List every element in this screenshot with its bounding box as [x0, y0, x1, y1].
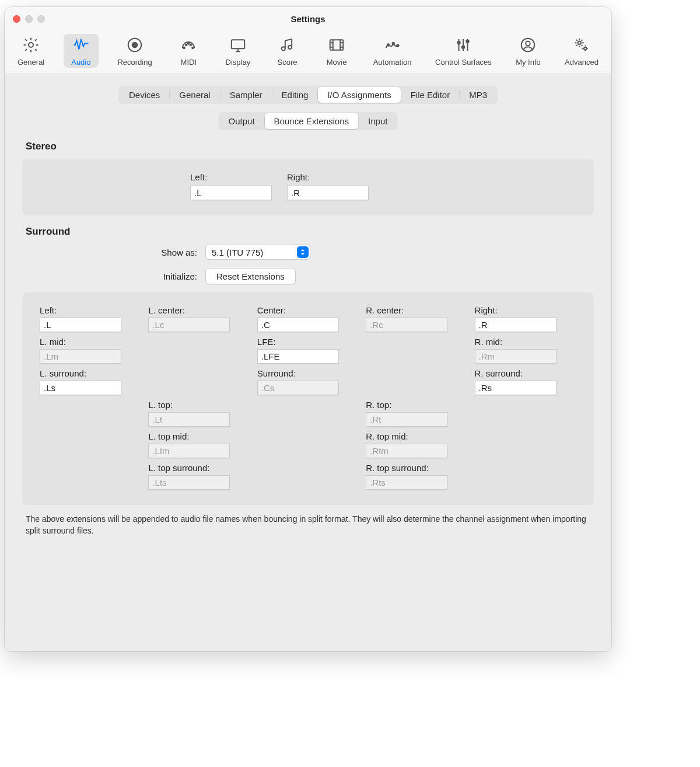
toolbar-recording[interactable]: Recording: [113, 34, 156, 68]
footer-note: The above extensions will be appended to…: [26, 513, 590, 537]
input-center[interactable]: [257, 318, 339, 332]
tabs-primary: DevicesGeneralSamplerEditingI/O Assignme…: [118, 86, 498, 104]
tab-general[interactable]: General: [170, 87, 219, 103]
titlebar: Settings: [5, 7, 611, 30]
label-center: Center:: [257, 305, 359, 315]
stereo-right-input[interactable]: [287, 186, 369, 200]
initialize-label: Initialize:: [22, 271, 197, 281]
toolbar-label: MIDI: [181, 58, 197, 67]
toolbar-label: Audio: [71, 58, 90, 67]
input-r-mid: [475, 349, 556, 364]
label-r-center: R. center:: [366, 305, 467, 315]
tab-output[interactable]: Output: [219, 113, 264, 129]
input-r-top-mid: [366, 444, 447, 458]
svg-point-13: [392, 43, 394, 45]
svg-point-12: [387, 44, 389, 46]
svg-point-19: [526, 41, 531, 46]
tab-i-o-assignments[interactable]: I/O Assignments: [318, 87, 400, 103]
my-info-icon: [519, 36, 537, 55]
stereo-left-input[interactable]: [190, 186, 272, 200]
svg-rect-8: [232, 40, 245, 48]
input-r-top: [366, 412, 447, 427]
input-r-surround[interactable]: [475, 381, 556, 395]
panel: OutputBounce ExtensionsInput Stereo Left…: [22, 112, 594, 537]
tab-input[interactable]: Input: [359, 113, 397, 129]
stereo-box: Left: Right:: [22, 159, 594, 215]
show-as-select[interactable]: 5.1 (ITU 775): [205, 245, 310, 260]
control-surfaces-icon: [454, 36, 472, 55]
tab-mp3[interactable]: MP3: [460, 87, 496, 103]
toolbar-label: Control Surfaces: [435, 58, 492, 67]
svg-point-7: [188, 43, 190, 44]
svg-point-0: [29, 43, 33, 47]
toolbar-midi[interactable]: MIDI: [171, 34, 206, 68]
automation-icon: [384, 36, 401, 55]
label-l-top-mid: L. top mid:: [148, 431, 250, 441]
content: DevicesGeneralSamplerEditingI/O Assignme…: [5, 74, 611, 651]
svg-point-16: [462, 46, 465, 49]
svg-point-2: [132, 43, 138, 48]
svg-point-4: [186, 44, 187, 46]
input-l-mid: [40, 349, 121, 364]
score-icon: [278, 36, 296, 55]
toolbar-label: Advanced: [565, 58, 598, 67]
toolbar-movie[interactable]: Movie: [319, 34, 354, 68]
svg-point-21: [584, 47, 587, 50]
tab-sampler[interactable]: Sampler: [220, 87, 272, 103]
display-icon: [229, 36, 247, 55]
toolbar-label: General: [18, 58, 44, 67]
settings-window: Settings GeneralAudioRecordingMIDIDispla…: [5, 7, 611, 651]
toolbar-general[interactable]: General: [13, 34, 49, 68]
advanced-icon: [573, 36, 590, 55]
tab-bounce-extensions[interactable]: Bounce Extensions: [265, 113, 358, 129]
show-as-value: 5.1 (ITU 775): [212, 247, 263, 257]
svg-point-5: [190, 44, 192, 46]
input-l-top-mid: [148, 444, 230, 458]
toolbar-score[interactable]: Score: [270, 34, 304, 68]
input-l-surround[interactable]: [40, 381, 121, 395]
label-l-mid: L. mid:: [40, 337, 141, 347]
input-l-top: [148, 412, 230, 427]
label-l-top: L. top:: [148, 400, 250, 410]
tab-editing[interactable]: Editing: [272, 87, 318, 103]
label-r-top-mid: R. top mid:: [366, 431, 467, 441]
input-l-center: [148, 318, 230, 332]
label-r-surround: R. surround:: [475, 368, 576, 378]
input-r-center: [366, 318, 447, 332]
chevron-up-down-icon: [297, 246, 309, 258]
input-left[interactable]: [40, 318, 121, 332]
toolbar-control-surfaces[interactable]: Control Surfaces: [430, 34, 496, 68]
toolbar: GeneralAudioRecordingMIDIDisplayScoreMov…: [5, 30, 611, 74]
label-l-surround: L. surround:: [40, 368, 141, 378]
svg-point-6: [192, 47, 194, 49]
input-r-top-surround: [366, 475, 447, 490]
reset-extensions-button[interactable]: Reset Extensions: [205, 268, 296, 284]
svg-point-14: [397, 45, 399, 47]
label-lfe: LFE:: [257, 337, 359, 347]
input-surround: [257, 381, 339, 395]
toolbar-label: Recording: [117, 58, 152, 67]
tab-devices[interactable]: Devices: [120, 87, 169, 103]
toolbar-label: My Info: [516, 58, 541, 67]
toolbar-automation[interactable]: Automation: [369, 34, 416, 68]
stereo-heading: Stereo: [26, 141, 594, 152]
svg-rect-11: [330, 40, 344, 50]
toolbar-audio[interactable]: Audio: [64, 34, 99, 68]
audio-icon: [72, 36, 90, 55]
tab-file-editor[interactable]: File Editor: [401, 87, 460, 103]
svg-point-15: [458, 41, 461, 44]
label-l-center: L. center:: [148, 305, 250, 315]
toolbar-display[interactable]: Display: [220, 34, 256, 68]
stereo-left-label: Left:: [190, 172, 272, 182]
toolbar-advanced[interactable]: Advanced: [560, 34, 603, 68]
stereo-right-label: Right:: [287, 172, 369, 182]
label-left: Left:: [40, 305, 141, 315]
toolbar-label: Display: [226, 58, 251, 67]
input-lfe[interactable]: [257, 349, 339, 364]
label-right: Right:: [475, 305, 576, 315]
input-right[interactable]: [475, 318, 556, 332]
general-icon: [22, 36, 40, 55]
toolbar-my-info[interactable]: My Info: [510, 34, 545, 68]
svg-point-3: [184, 47, 186, 49]
toolbar-label: Automation: [373, 58, 412, 67]
